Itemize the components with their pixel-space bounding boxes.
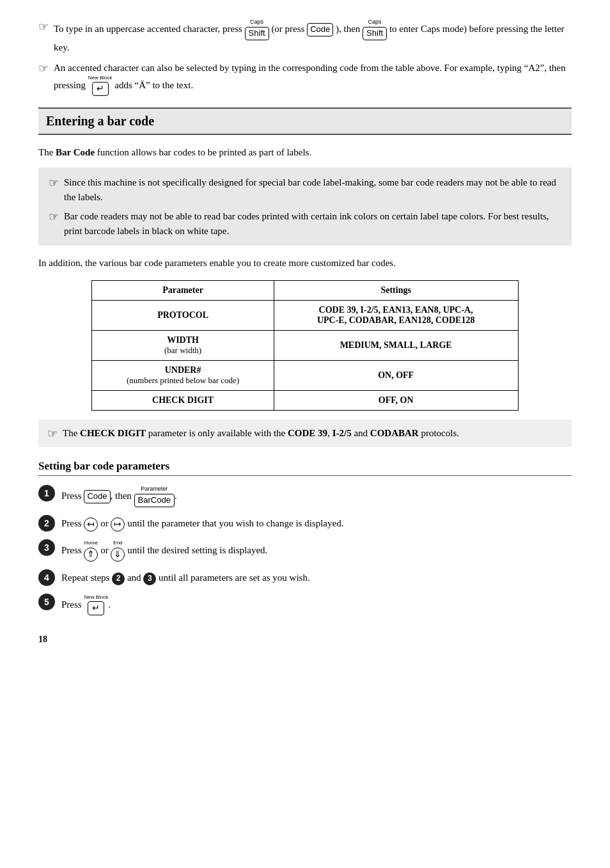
param-protocol: PROTOCOL bbox=[92, 300, 274, 330]
table-row-checkdigit: CHECK DIGIT OFF, ON bbox=[92, 390, 518, 410]
step-ref-2: 2 bbox=[112, 572, 125, 585]
step-ref-3: 3 bbox=[143, 572, 156, 585]
shaded-note-icon-1: ☞ bbox=[49, 176, 59, 190]
note-text-2: An accented character can also be select… bbox=[54, 61, 572, 96]
check-digit-note-box: ☞ The CHECK DIGIT parameter is only avai… bbox=[38, 420, 572, 447]
barcode-term: Bar Code bbox=[56, 147, 95, 157]
setting-checkdigit: OFF, ON bbox=[274, 390, 518, 410]
section-setting-title: Setting bar code parameters bbox=[38, 460, 572, 473]
param-width: WIDTH(bar width) bbox=[92, 330, 274, 360]
page-number: 18 bbox=[38, 635, 572, 645]
code-key-1: Code bbox=[307, 23, 333, 36]
additional-params-text: In addition, the various bar code parame… bbox=[38, 256, 572, 271]
enter-key-1: New Block ↵ bbox=[88, 75, 113, 96]
shaded-notes-box: ☞ Since this machine is not specifically… bbox=[38, 168, 572, 246]
shaded-note-icon-2: ☞ bbox=[49, 210, 59, 224]
shaded-note-text-1: Since this machine is not specifically d… bbox=[64, 175, 561, 204]
step-1: 1 Press Code, then Parameter BarCode . bbox=[38, 485, 572, 507]
shift-key-1: Caps Shift bbox=[245, 19, 269, 40]
top-notes: ☞ To type in an uppercase accented chara… bbox=[38, 19, 572, 96]
section-entering-heading: Entering a bar code bbox=[38, 107, 572, 135]
down-arrow-key: End ⇓ bbox=[111, 541, 125, 562]
step-4: 4 Repeat steps 2 and 3 until all paramet… bbox=[38, 569, 572, 586]
step-num-5: 5 bbox=[38, 594, 55, 610]
table-header-settings: Settings bbox=[274, 280, 518, 300]
setting-width: MEDIUM, SMALL, LARGE bbox=[274, 330, 518, 360]
steps-list: 1 Press Code, then Parameter BarCode . 2… bbox=[38, 485, 572, 615]
param-checkdigit: CHECK DIGIT bbox=[92, 390, 274, 410]
section-entering-title: Entering a bar code bbox=[46, 114, 564, 129]
note-icon-1: ☞ bbox=[38, 20, 49, 34]
left-arrow-key: ↤ bbox=[84, 517, 98, 532]
section-entering-intro: The Bar Code function allows bar codes t… bbox=[38, 145, 572, 160]
step-text-5: Press New Block ↵ . bbox=[61, 594, 572, 615]
setting-under: ON, OFF bbox=[274, 360, 518, 390]
note-item-1: ☞ To type in an uppercase accented chara… bbox=[38, 19, 572, 54]
step-text-2: Press ↤ or ↦ until the parameter that yo… bbox=[61, 515, 572, 532]
barcode-key-box: BarCode bbox=[134, 494, 175, 507]
shaded-note-1: ☞ Since this machine is not specifically… bbox=[49, 175, 561, 204]
check-digit-note-icon: ☞ bbox=[47, 427, 58, 441]
section-setting-heading: Setting bar code parameters bbox=[38, 460, 572, 476]
enter-key-step5: New Block ↵ bbox=[84, 595, 108, 615]
table-header-param: Parameter bbox=[92, 280, 274, 300]
step-num-3: 3 bbox=[38, 539, 55, 556]
code-key-step1: Code bbox=[84, 490, 110, 503]
table-row-protocol: PROTOCOL CODE 39, I-2/5, EAN13, EAN8, UP… bbox=[92, 300, 518, 330]
step-num-4: 4 bbox=[38, 569, 55, 586]
param-table: Parameter Settings PROTOCOL CODE 39, I-2… bbox=[91, 280, 518, 411]
up-arrow-key: Home ⇑ bbox=[84, 541, 98, 562]
table-row-width: WIDTH(bar width) MEDIUM, SMALL, LARGE bbox=[92, 330, 518, 360]
step-text-3: Press Home ⇑ or End ⇓ until the desired … bbox=[61, 539, 572, 562]
param-under: UNDER#(numbers printed below bar code) bbox=[92, 360, 274, 390]
table-row-under: UNDER#(numbers printed below bar code) O… bbox=[92, 360, 518, 390]
step-text-4: Repeat steps 2 and 3 until all parameter… bbox=[61, 569, 572, 585]
step-text-1: Press Code, then Parameter BarCode . bbox=[61, 485, 572, 507]
shift-key-2: Caps Shift bbox=[363, 19, 387, 40]
shaded-note-text-2: Bar code readers may not be able to read… bbox=[64, 209, 561, 238]
note-item-2: ☞ An accented character can also be sele… bbox=[38, 61, 572, 96]
barcode-key: Parameter BarCode bbox=[134, 486, 175, 507]
step-3: 3 Press Home ⇑ or End ⇓ until the desire… bbox=[38, 539, 572, 562]
right-arrow-key: ↦ bbox=[111, 517, 125, 532]
step-num-2: 2 bbox=[38, 515, 55, 532]
step-2: 2 Press ↤ or ↦ until the parameter that … bbox=[38, 515, 572, 532]
setting-protocol: CODE 39, I-2/5, EAN13, EAN8, UPC-A,UPC-E… bbox=[274, 300, 518, 330]
step-num-1: 1 bbox=[38, 485, 55, 501]
note-icon-2: ☞ bbox=[38, 61, 49, 75]
step-5: 5 Press New Block ↵ . bbox=[38, 594, 572, 615]
shaded-note-2: ☞ Bar code readers may not be able to re… bbox=[49, 209, 561, 238]
check-digit-note-text: The CHECK DIGIT parameter is only availa… bbox=[63, 426, 459, 441]
note-text-1: To type in an uppercase accented charact… bbox=[54, 19, 572, 54]
